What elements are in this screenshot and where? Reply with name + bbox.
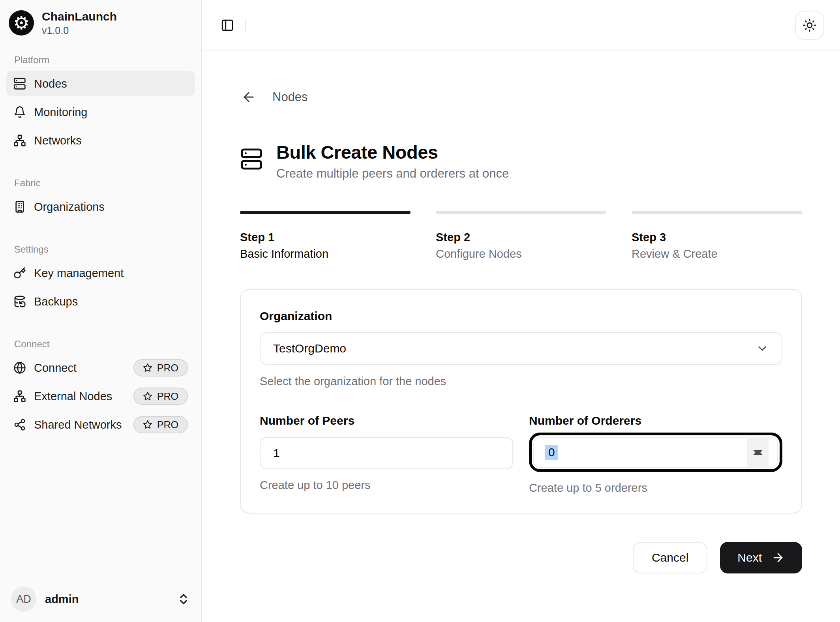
- sidebar-item-organizations[interactable]: Organizations: [6, 194, 195, 219]
- breadcrumb-label: Nodes: [272, 90, 308, 104]
- sidebar-section-fabric: Fabric Organizations: [6, 178, 195, 219]
- section-label: Fabric: [6, 178, 195, 189]
- sidebar-item-label: Key management: [34, 267, 124, 280]
- sun-icon: [802, 18, 817, 32]
- back-button[interactable]: [240, 88, 257, 106]
- share-icon: [13, 418, 26, 431]
- stepper-up-button[interactable]: [753, 444, 763, 449]
- database-backup-icon: [13, 295, 26, 308]
- avatar: AD: [11, 586, 36, 612]
- sidebar-item-monitoring[interactable]: Monitoring: [6, 99, 195, 125]
- sidebar-item-label: External Nodes: [34, 390, 112, 403]
- orderers-input[interactable]: 0: [533, 437, 778, 468]
- star-icon: [143, 420, 152, 429]
- theme-toggle-button[interactable]: [795, 11, 824, 40]
- peers-input[interactable]: [260, 437, 513, 469]
- sidebar-item-label: Organizations: [34, 200, 105, 214]
- user-name: admin: [45, 593, 79, 606]
- form-actions: Cancel Next: [240, 542, 802, 622]
- peers-help: Create up to 10 peers: [260, 479, 513, 492]
- main-area: Nodes Bulk Create Nodes Create multiple …: [202, 0, 840, 622]
- pro-badge: PRO: [133, 359, 188, 377]
- sidebar-section-connect: Connect Connect PRO External Nodes PRO: [6, 339, 195, 437]
- sidebar-item-external-nodes[interactable]: External Nodes PRO: [6, 384, 195, 409]
- step-indicator: Step 1 Basic Information Step 2 Configur…: [240, 211, 802, 260]
- chevrons-up-down-icon: [177, 592, 190, 606]
- sidebar-item-nodes[interactable]: Nodes: [6, 71, 195, 96]
- section-label: Connect: [6, 339, 195, 350]
- sidebar-item-shared-networks[interactable]: Shared Networks PRO: [6, 412, 195, 437]
- orderers-field: Number of Orderers 0 Create up to 5 orde…: [529, 414, 782, 495]
- panel-left-icon: [221, 19, 234, 32]
- sidebar-section-platform: Platform Nodes Monitoring Networks: [6, 54, 195, 153]
- pro-badge: PRO: [133, 388, 188, 405]
- page-title: Bulk Create Nodes: [276, 141, 509, 163]
- page-header: Bulk Create Nodes Create multiple peers …: [240, 141, 802, 181]
- network-icon: [13, 390, 26, 403]
- sidebar-item-label: Shared Networks: [34, 418, 122, 431]
- content: Nodes Bulk Create Nodes Create multiple …: [202, 51, 840, 622]
- sidebar-section-settings: Settings Key management Backups: [6, 244, 195, 314]
- sidebar-item-backups[interactable]: Backups: [6, 289, 195, 314]
- step-1: Step 1 Basic Information: [240, 211, 411, 260]
- organization-select[interactable]: TestOrgDemo: [260, 332, 782, 365]
- step-3-bar: [632, 211, 802, 214]
- topbar: [202, 0, 840, 51]
- user-menu[interactable]: AD admin: [6, 583, 195, 616]
- sidebar-item-label: Networks: [34, 134, 82, 147]
- orderers-help: Create up to 5 orderers: [529, 481, 782, 495]
- sidebar-item-label: Backups: [34, 295, 78, 308]
- chevron-down-icon: [756, 342, 769, 355]
- next-button[interactable]: Next: [720, 542, 802, 573]
- breadcrumb: Nodes: [240, 88, 802, 106]
- peers-field: Number of Peers Create up to 10 peers: [260, 414, 513, 495]
- sidebar-toggle-button[interactable]: [218, 16, 237, 35]
- bell-icon: [13, 106, 26, 118]
- triangle-down-icon: [753, 450, 763, 461]
- arrow-left-icon: [241, 90, 256, 105]
- app-name: ChainLaunch: [42, 9, 117, 24]
- step-3: Step 3 Review & Create: [632, 211, 802, 260]
- orderers-input-selected-text: 0: [545, 445, 558, 460]
- organization-select-value: TestOrgDemo: [273, 342, 346, 355]
- sidebar-item-key-management[interactable]: Key management: [6, 260, 195, 286]
- sidebar-item-label: Connect: [34, 362, 77, 375]
- topbar-divider: [245, 19, 246, 32]
- building-icon: [13, 200, 26, 213]
- pro-badge: PRO: [133, 416, 188, 433]
- sidebar-item-connect[interactable]: Connect PRO: [6, 355, 195, 380]
- sidebar: ⚙ ChainLaunch v1.0.0 Platform Nodes Moni…: [0, 0, 202, 622]
- orderers-input-focus-ring: 0: [529, 433, 782, 472]
- sidebar-item-label: Monitoring: [34, 106, 87, 119]
- sidebar-item-label: Nodes: [34, 77, 67, 90]
- arrow-right-icon: [771, 551, 785, 564]
- app-version: v1.0.0: [42, 24, 117, 36]
- orderers-label: Number of Orderers: [529, 414, 782, 427]
- step-2: Step 2 Configure Nodes: [436, 211, 606, 260]
- server-icon: [240, 148, 263, 170]
- number-stepper: [747, 437, 769, 467]
- star-icon: [143, 392, 152, 401]
- peers-label: Number of Peers: [260, 414, 513, 427]
- app-logo-row: ⚙ ChainLaunch v1.0.0: [6, 6, 195, 39]
- section-label: Settings: [6, 244, 195, 255]
- network-icon: [13, 134, 26, 147]
- key-icon: [13, 267, 26, 279]
- organization-help: Select the organization for the nodes: [260, 375, 782, 388]
- section-label: Platform: [6, 54, 195, 66]
- globe-icon: [13, 362, 26, 374]
- basic-information-card: Organization TestOrgDemo Select the orga…: [240, 289, 802, 513]
- page-subtitle: Create multiple peers and orderers at on…: [276, 167, 509, 181]
- cancel-button[interactable]: Cancel: [633, 542, 707, 573]
- star-icon: [143, 363, 152, 373]
- step-1-bar: [240, 211, 411, 214]
- server-icon: [13, 77, 26, 90]
- stepper-down-button[interactable]: [753, 455, 763, 461]
- sidebar-item-networks[interactable]: Networks: [6, 128, 195, 153]
- app-logo-gear-icon: ⚙: [9, 10, 34, 36]
- organization-label: Organization: [260, 309, 782, 323]
- step-2-bar: [436, 211, 606, 214]
